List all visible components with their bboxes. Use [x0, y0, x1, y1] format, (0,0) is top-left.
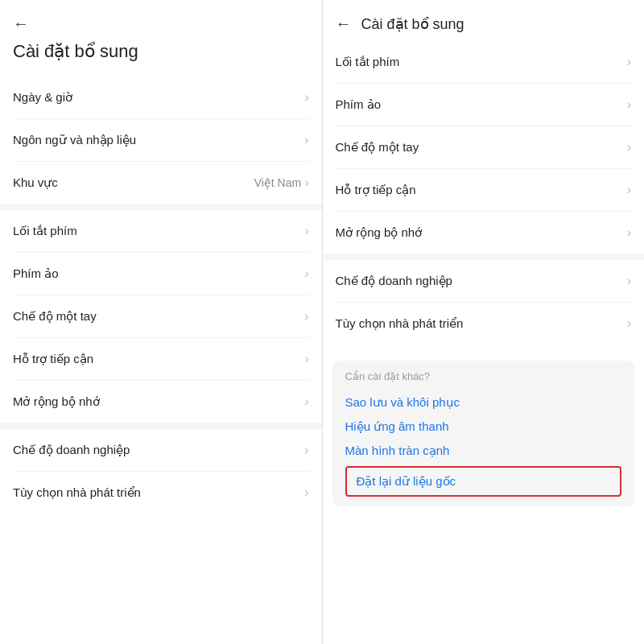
left-header: ←: [0, 0, 322, 41]
section-divider: [0, 204, 322, 210]
chevron-icon: ›: [304, 90, 308, 105]
chevron-icon: ›: [304, 266, 308, 281]
left-item-loi-tat-phim[interactable]: Lối tắt phím ›: [0, 210, 322, 252]
left-panel: ← Cài đặt bổ sung Ngày & giờ › Ngôn ngữ …: [0, 0, 323, 644]
chevron-icon: ›: [304, 133, 308, 147]
canned-settings-section: Cần cài đặt khác? Sao lưu và khôi phục H…: [332, 361, 635, 506]
left-item-che-do-mot-tay[interactable]: Chế độ một tay ›: [0, 295, 322, 337]
left-item-khu-vuc[interactable]: Khu vực Việt Nam ›: [0, 162, 322, 204]
right-item-phim-ao[interactable]: Phím ảo ›: [323, 84, 645, 126]
chevron-icon: ›: [304, 224, 308, 238]
right-settings-list: Lối tắt phím › Phím ảo › Chế độ một tay …: [323, 41, 645, 644]
right-back-arrow[interactable]: ←: [336, 14, 352, 33]
right-header: ← Cài đặt bổ sung: [323, 0, 645, 41]
right-item-che-do-doanh-nghiep[interactable]: Chế độ doanh nghiệp ›: [323, 260, 645, 302]
chevron-icon: ›: [304, 443, 308, 457]
left-back-arrow[interactable]: ←: [13, 14, 29, 33]
chevron-icon: ›: [627, 97, 631, 112]
chevron-icon: ›: [627, 316, 631, 331]
left-item-che-do-doanh-nghiep[interactable]: Chế độ doanh nghiệp ›: [0, 429, 322, 471]
canned-link-man-hinh[interactable]: Màn hình tràn cạnh: [345, 439, 622, 463]
left-item-tuy-chon-nha-phat-trien[interactable]: Tùy chọn nhà phát triển ›: [0, 472, 322, 514]
right-panel-title: Cài đặt bổ sung: [361, 15, 464, 33]
right-item-loi-tat-phim[interactable]: Lối tắt phím ›: [323, 41, 645, 83]
right-section-divider: [323, 254, 645, 260]
chevron-icon: ›: [304, 309, 308, 324]
right-item-tuy-chon-nha-phat-trien[interactable]: Tùy chọn nhà phát triển ›: [323, 303, 645, 345]
spacer: [323, 345, 645, 354]
chevron-icon: ›: [627, 183, 631, 197]
chevron-icon: ›: [304, 352, 308, 366]
left-item-ho-tro-tiep-can[interactable]: Hỗ trợ tiếp cận ›: [0, 338, 322, 380]
right-item-mo-rong-bo-nho[interactable]: Mở rộng bộ nhớ ›: [323, 212, 645, 254]
canned-header: Cần cài đặt khác?: [345, 370, 622, 382]
chevron-icon: ›: [627, 274, 631, 288]
chevron-icon: ›: [304, 394, 308, 409]
canned-link-hieu-ung[interactable]: Hiệu ứng âm thanh: [345, 415, 622, 439]
left-panel-title: Cài đặt bổ sung: [0, 41, 322, 76]
left-item-phim-ao[interactable]: Phím ảo ›: [0, 253, 322, 295]
left-item-ngon-ngu[interactable]: Ngôn ngữ và nhập liệu ›: [0, 119, 322, 161]
section-divider-2: [0, 423, 322, 429]
right-item-che-do-mot-tay[interactable]: Chế độ một tay ›: [323, 126, 645, 168]
canned-link-dat-lai[interactable]: Đặt lại dữ liệu gốc: [345, 466, 622, 497]
left-settings-list: Ngày & giờ › Ngôn ngữ và nhập liệu › Khu…: [0, 76, 322, 644]
left-item-ngay-gio[interactable]: Ngày & giờ ›: [0, 76, 322, 118]
right-item-ho-tro-tiep-can[interactable]: Hỗ trợ tiếp cận ›: [323, 169, 645, 211]
chevron-icon: ›: [304, 485, 308, 500]
chevron-icon: ›: [627, 55, 631, 69]
chevron-icon: ›: [627, 140, 631, 155]
right-panel: ← Cài đặt bổ sung Lối tắt phím › Phím ảo…: [323, 0, 645, 644]
chevron-icon: ›: [304, 175, 308, 190]
left-item-mo-rong-bo-nho[interactable]: Mở rộng bộ nhớ ›: [0, 381, 322, 423]
canned-link-sao-luu[interactable]: Sao lưu và khôi phục: [345, 390, 622, 415]
chevron-icon: ›: [627, 225, 631, 240]
